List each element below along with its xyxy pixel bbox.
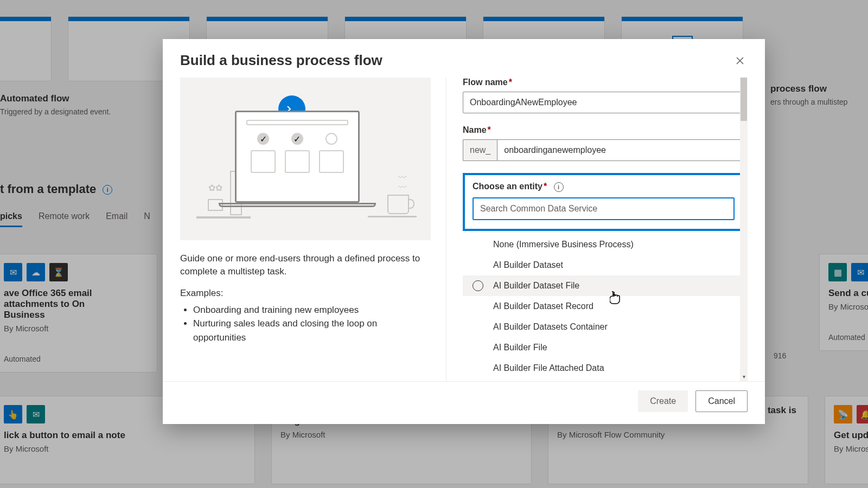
entity-option[interactable]: AI Builder Datasets Container: [463, 317, 744, 337]
examples-list: Onboarding and training new employees Nu…: [180, 303, 431, 345]
entity-dropdown: None (Immersive Business Process) AI Bui…: [463, 234, 744, 378]
close-button[interactable]: [732, 53, 748, 68]
entity-highlight-box: Choose an entity* i: [463, 173, 744, 231]
info-icon[interactable]: i: [554, 182, 564, 192]
description: Guide one or more end-users through a de…: [180, 252, 431, 278]
entity-option[interactable]: AI Builder Dataset Record: [463, 296, 744, 317]
name-prefix: new_: [463, 139, 497, 161]
modal-title: Build a business process flow: [180, 52, 382, 69]
entity-option[interactable]: AI Builder File: [463, 337, 744, 358]
entity-option[interactable]: AI Builder Dataset File: [463, 275, 744, 296]
illustration: ✿✿ ✦ ✦ ✓ ✓: [180, 78, 431, 240]
bpf-modal: Build a business process flow ✿✿ ✦ ✦: [163, 39, 765, 424]
entity-label: Choose an entity* i: [473, 182, 735, 192]
create-button[interactable]: Create: [638, 390, 688, 412]
entity-option[interactable]: None (Immersive Business Process): [463, 234, 744, 255]
example-item: Onboarding and training new employees: [193, 303, 431, 317]
close-icon: [736, 56, 744, 65]
examples-label: Examples:: [180, 288, 431, 299]
radio-icon: [473, 280, 483, 291]
entity-option[interactable]: AI Builder Dataset: [463, 255, 744, 275]
entity-search-input[interactable]: [473, 197, 735, 220]
flow-name-input[interactable]: [463, 92, 744, 113]
name-input[interactable]: [497, 139, 744, 161]
cancel-button[interactable]: Cancel: [695, 390, 748, 412]
entity-option[interactable]: AI Builder File Attached Data: [463, 358, 744, 378]
example-item: Nurturing sales leads and closing the lo…: [193, 317, 431, 344]
flow-name-label: Flow name*: [463, 78, 744, 87]
name-label: Name*: [463, 125, 744, 135]
